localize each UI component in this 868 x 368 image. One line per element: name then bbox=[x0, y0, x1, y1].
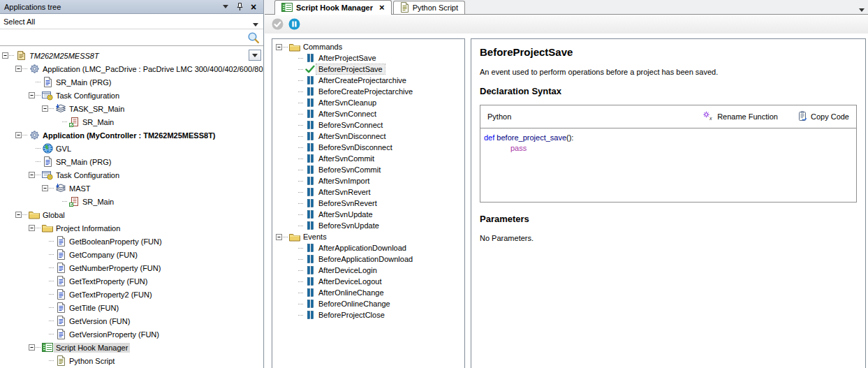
tree-item-label[interactable]: TASK_SR_Main bbox=[67, 104, 126, 114]
tree-item-label[interactable]: Commands bbox=[301, 42, 344, 52]
tree-item-label[interactable]: BeforeCreateProjectarchive bbox=[316, 87, 415, 96]
hook-tree-item[interactable]: BeforeCreateProjectarchive bbox=[272, 86, 464, 97]
expander-minus-icon[interactable] bbox=[41, 105, 49, 112]
tree-item-label[interactable]: Events bbox=[301, 232, 329, 242]
tree-item-label[interactable]: SR_Main (PRG) bbox=[54, 78, 113, 87]
hook-tree-item[interactable]: BeforeOnlineChange bbox=[272, 298, 464, 309]
expander-minus-icon[interactable] bbox=[41, 185, 49, 191]
search-input[interactable] bbox=[0, 29, 263, 45]
hook-tree-item[interactable]: AfterSvnCleanup bbox=[272, 97, 464, 108]
expander-minus-icon[interactable] bbox=[28, 92, 36, 98]
expander-minus-icon[interactable] bbox=[275, 44, 283, 50]
execute-check-button[interactable] bbox=[272, 18, 284, 30]
hook-tree-item[interactable]: AfterSvnCommit bbox=[272, 153, 464, 164]
tree-item-label[interactable]: AfterCreateProjectarchive bbox=[316, 75, 409, 85]
app-tree-item[interactable]: SR_Main bbox=[0, 115, 263, 128]
hook-tree-item[interactable]: AfterSvnRevert bbox=[272, 186, 464, 198]
panel-dropdown-icon[interactable] bbox=[220, 1, 231, 13]
app-tree-item[interactable]: Task Configuration bbox=[0, 168, 263, 182]
hook-tree-item[interactable]: BeforeProjectSave bbox=[272, 64, 464, 75]
hook-tree-item[interactable]: BeforeSvnDisconnect bbox=[272, 142, 464, 153]
tree-item-label[interactable]: GetBooleanProperty (FUN) bbox=[67, 237, 164, 246]
hook-tree-item[interactable]: AfterSvnDisconnect bbox=[272, 131, 464, 142]
hook-tree-item[interactable]: Commands bbox=[272, 41, 464, 52]
hook-tree-item[interactable]: AfterProjectSave bbox=[272, 52, 464, 64]
tree-item-label[interactable]: Task Configuration bbox=[54, 170, 122, 180]
tree-item-label[interactable]: Global bbox=[41, 210, 67, 220]
tree-item-label[interactable]: AfterSvnCommit bbox=[316, 154, 376, 163]
app-tree-item[interactable]: TASK_SR_Main bbox=[0, 102, 263, 115]
tab-script-hook-manager[interactable]: Script Hook Manager× bbox=[274, 0, 392, 15]
app-tree-item[interactable]: Application (MyController : TM262M25MESS… bbox=[0, 128, 263, 142]
tree-item-label[interactable]: AfterOnlineChange bbox=[316, 288, 386, 297]
tree-item-label[interactable]: SR_Main bbox=[80, 117, 116, 127]
hook-tree-item[interactable]: AfterSvnConnect bbox=[272, 108, 464, 119]
hook-tree-item[interactable]: AfterSvnImport bbox=[272, 175, 464, 186]
tree-item-label[interactable]: BeforeApplicationDownload bbox=[316, 254, 415, 264]
hook-tree-item[interactable]: Events bbox=[272, 231, 464, 242]
app-tree-item[interactable]: GetTitle (FUN) bbox=[0, 301, 263, 314]
tree-item-label[interactable]: GetTitle (FUN) bbox=[67, 303, 121, 313]
tree-item-label[interactable]: GetTextProperty (FUN) bbox=[67, 277, 149, 286]
app-tree-item[interactable]: GetBooleanProperty (FUN) bbox=[0, 235, 263, 248]
tree-item-label[interactable]: BeforeSvnRevert bbox=[316, 198, 379, 208]
tree-item-label[interactable]: BeforeSvnUpdate bbox=[316, 221, 381, 230]
app-tree-item[interactable]: Global bbox=[0, 208, 263, 221]
tab-overflow-icon[interactable] bbox=[859, 5, 865, 13]
app-tree-item[interactable]: GetVersionProperty (FUN) bbox=[0, 327, 263, 341]
app-tree-item[interactable]: Script Hook Manager bbox=[0, 341, 263, 354]
tree-item-label[interactable]: BeforeSvnConnect bbox=[316, 120, 385, 130]
expander-minus-icon[interactable] bbox=[275, 234, 283, 240]
app-tree-item[interactable]: GetCompany (FUN) bbox=[0, 248, 263, 261]
tree-item-label[interactable]: GetCompany (FUN) bbox=[67, 250, 140, 260]
tree-item-label[interactable]: MAST bbox=[67, 184, 93, 193]
hook-tree-item[interactable]: AfterSvnUpdate bbox=[272, 209, 464, 220]
tree-item-label[interactable]: AfterDeviceLogin bbox=[316, 265, 379, 275]
copy-code-button[interactable]: Copy Code bbox=[797, 111, 849, 123]
hook-tree-item[interactable]: AfterOnlineChange bbox=[272, 287, 464, 298]
tree-item-label[interactable]: BeforeProjectSave bbox=[316, 64, 385, 74]
close-icon[interactable]: × bbox=[248, 1, 259, 13]
expander-minus-icon[interactable] bbox=[28, 344, 36, 351]
tree-item-label[interactable]: AfterSvnImport bbox=[316, 176, 372, 186]
tree-item-label[interactable]: BeforeSvnCommit bbox=[316, 165, 383, 175]
app-tree-item[interactable]: GetTextProperty2 (FUN) bbox=[0, 288, 263, 301]
tree-item-label[interactable]: AfterSvnConnect bbox=[316, 109, 378, 119]
tree-filter-combobox[interactable]: Select All bbox=[0, 14, 263, 29]
chevron-down-icon[interactable] bbox=[253, 20, 258, 28]
tree-item-label[interactable]: Script Hook Manager bbox=[54, 343, 130, 353]
hook-tree-item[interactable]: BeforeSvnCommit bbox=[272, 164, 464, 175]
tree-item-label[interactable]: GetVersion (FUN) bbox=[67, 316, 132, 326]
tree-item-label[interactable]: GetNumberProperty (FUN) bbox=[67, 263, 163, 273]
tree-item-label[interactable]: TM262M25MESS8T bbox=[27, 51, 101, 61]
expander-minus-icon[interactable] bbox=[1, 52, 9, 59]
hook-tree-item[interactable]: AfterDeviceLogin bbox=[272, 265, 464, 276]
device-version-combo-button[interactable] bbox=[249, 50, 261, 61]
tree-item-label[interactable]: AfterSvnRevert bbox=[316, 187, 373, 197]
tree-item-label[interactable]: GVL bbox=[54, 144, 73, 154]
tree-item-label[interactable]: GetVersionProperty (FUN) bbox=[67, 330, 161, 339]
tab-close-icon[interactable]: × bbox=[379, 4, 385, 11]
tree-item-label[interactable]: Application (LMC_PacDrive : PacDrive LMC… bbox=[41, 64, 263, 74]
app-tree-item[interactable]: Task Configuration bbox=[0, 89, 263, 102]
tree-item-label[interactable]: AfterProjectSave bbox=[316, 53, 378, 63]
tab-python-script[interactable]: Python Script bbox=[393, 1, 465, 14]
tree-item-label[interactable]: Project Information bbox=[54, 223, 122, 233]
expander-minus-icon[interactable] bbox=[15, 132, 22, 138]
app-tree-item[interactable]: Project Information bbox=[0, 221, 263, 235]
expander-minus-icon[interactable] bbox=[15, 66, 22, 72]
app-tree-item[interactable]: SR_Main (PRG) bbox=[0, 75, 263, 89]
app-tree-item[interactable]: GetVersion (FUN) bbox=[0, 314, 263, 327]
app-tree-item[interactable]: SR_Main (PRG) bbox=[0, 155, 263, 168]
pin-icon[interactable] bbox=[234, 1, 245, 13]
hook-tree-item[interactable]: BeforeApplicationDownload bbox=[272, 253, 464, 265]
hook-tree-item[interactable]: BeforeSvnConnect bbox=[272, 119, 464, 131]
hook-tree-item[interactable]: BeforeSvnRevert bbox=[272, 198, 464, 209]
app-tree-item[interactable]: SR_Main bbox=[0, 195, 263, 208]
tree-item-label[interactable]: AfterSvnUpdate bbox=[316, 209, 375, 219]
expander-minus-icon[interactable] bbox=[28, 172, 36, 178]
tree-item-label[interactable]: BeforeProjectClose bbox=[316, 310, 387, 320]
hook-tree-item[interactable]: AfterApplicationDownload bbox=[272, 242, 464, 253]
pause-button[interactable] bbox=[288, 18, 300, 30]
tree-item-label[interactable]: Task Configuration bbox=[54, 91, 122, 101]
